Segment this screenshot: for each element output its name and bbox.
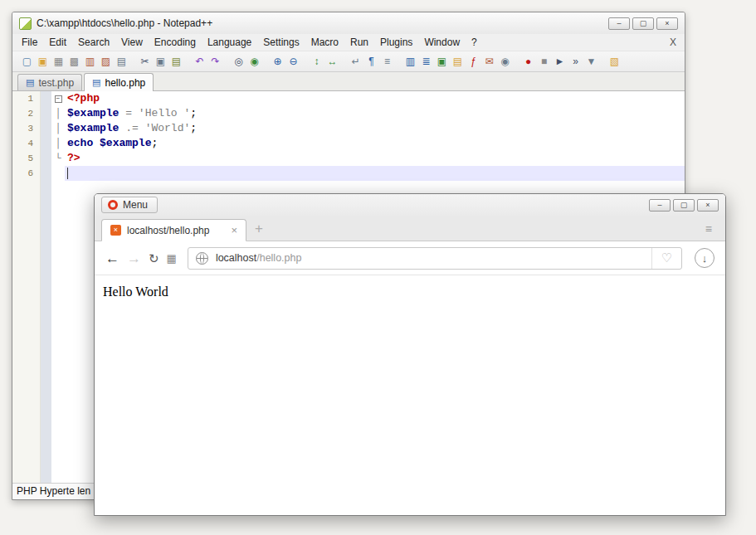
opera-titlebar[interactable]: Menu – ▢ × (95, 194, 725, 216)
doc-close-x-button[interactable]: X (670, 36, 676, 48)
replace-icon[interactable]: ◉ (246, 54, 262, 69)
word-wrap-icon[interactable]: ↵ (348, 54, 363, 69)
menu-plugins[interactable]: Plugins (374, 35, 418, 50)
find-icon[interactable]: ◎ (231, 54, 246, 69)
zoom-out-icon[interactable]: ⊖ (285, 54, 301, 69)
folder-workspace-icon[interactable]: ▣ (434, 54, 450, 69)
close-button[interactable]: × (656, 17, 678, 30)
save-all-icon[interactable]: ▩ (66, 54, 82, 69)
zoom-in-icon[interactable]: ⊕ (270, 54, 285, 69)
speed-dial-button[interactable]: ▦ (167, 253, 177, 264)
fold-end: └ (51, 151, 65, 166)
close-doc-icon[interactable]: ▥ (82, 54, 98, 69)
line-number: 4 (12, 136, 40, 151)
line-number: 6 (12, 166, 40, 181)
code-line: <?php (65, 91, 685, 106)
macro-save-icon[interactable]: ▼ (583, 54, 599, 69)
doc-switcher-icon[interactable]: ▤ (450, 54, 466, 69)
new-file-icon[interactable]: ▢ (19, 54, 35, 69)
close-all-icon[interactable]: ▨ (98, 54, 114, 69)
redo-icon[interactable]: ↷ (207, 54, 223, 69)
line-number-margin[interactable]: 1 2 3 4 5 6 (12, 91, 41, 483)
save-icon[interactable]: ▦ (51, 54, 66, 69)
tab-localhost-hello-php[interactable]: × localhost/hello.php × (101, 219, 246, 241)
macro-run-multiple-icon[interactable]: » (568, 54, 583, 69)
function-completion-icon[interactable]: ƒ (466, 54, 481, 69)
opera-menu-button[interactable]: Menu (101, 197, 158, 213)
menu-search[interactable]: Search (72, 35, 115, 50)
function-list-icon[interactable]: ≣ (418, 54, 434, 69)
notepadpp-app-icon (19, 17, 32, 30)
menu-run[interactable]: Run (344, 35, 374, 50)
browser-toolbar: ← → ↻ ▦ localhost/hello.php ♡ ↓ (95, 241, 725, 275)
print-icon[interactable]: ▤ (114, 54, 129, 69)
line-number: 5 (12, 151, 40, 166)
menu-view[interactable]: View (115, 35, 149, 50)
menu-language[interactable]: Language (202, 35, 257, 50)
fold-line: │ (51, 136, 65, 151)
paste-icon[interactable]: ▤ (168, 54, 184, 69)
minimize-button[interactable]: – (608, 17, 630, 30)
menubar: FileEditSearchViewEncodingLanguageSettin… (12, 34, 685, 51)
menu-window[interactable]: Window (418, 35, 466, 50)
document-map-icon[interactable]: ▥ (402, 54, 418, 69)
tab-hello-php[interactable]: ▤ hello.php (84, 73, 154, 91)
menu-edit[interactable]: Edit (43, 35, 72, 50)
menu-file[interactable]: File (16, 35, 43, 50)
load-session-icon[interactable]: ▧ (607, 54, 622, 69)
sync-horizontal-icon[interactable]: ↔ (324, 54, 340, 69)
window-title: C:\xampp\htdocs\hello.php - Notepad++ (37, 17, 212, 29)
tab-favicon-icon: × (110, 225, 121, 236)
code-line: ?> (65, 151, 685, 166)
minimize-button[interactable]: – (649, 199, 671, 212)
new-tab-button[interactable]: + (255, 221, 263, 237)
indent-guide-icon[interactable]: ≡ (379, 54, 395, 69)
close-button[interactable]: × (697, 199, 719, 212)
line-number: 1 (12, 91, 40, 106)
reload-button[interactable]: ↻ (149, 252, 159, 265)
show-all-characters-icon[interactable]: ¶ (363, 54, 379, 69)
code-line: $example = 'Hello '; (65, 106, 685, 121)
open-folder-icon[interactable]: ▣ (35, 54, 51, 69)
fold-margin[interactable]: − │ │ │ └ (51, 91, 65, 483)
favorites-heart-button[interactable]: ♡ (651, 248, 681, 269)
text-caret (67, 168, 68, 179)
copy-icon[interactable]: ▣ (153, 54, 168, 69)
fold-line: │ (51, 106, 65, 121)
menu-encoding[interactable]: Encoding (149, 35, 202, 50)
tab-menu-icon[interactable]: ≡ (705, 222, 712, 236)
macro-record-icon[interactable]: ● (520, 54, 536, 69)
macro-play-icon[interactable]: ► (552, 54, 568, 69)
menu-help[interactable]: ? (466, 35, 483, 50)
site-badge-icon[interactable] (196, 252, 208, 265)
line-number: 3 (12, 121, 40, 136)
monitoring-icon[interactable]: ◉ (497, 54, 513, 69)
saved-doc-icon: ▤ (26, 78, 34, 87)
address-bar[interactable]: localhost/hello.php ♡ (188, 247, 682, 270)
maximize-button[interactable]: ▢ (673, 199, 695, 212)
code-line: echo $example; (65, 136, 685, 151)
document-tab-bar: ▤ test.php ▤ hello.php (12, 72, 685, 91)
macro-stop-icon[interactable]: ■ (536, 54, 552, 69)
bookmark-margin[interactable] (41, 91, 51, 483)
tab-label: hello.php (105, 77, 146, 89)
globe-icon (196, 252, 208, 265)
forward-button[interactable]: → (127, 251, 141, 265)
menu-settings[interactable]: Settings (257, 35, 305, 50)
menu-macro[interactable]: Macro (305, 35, 344, 50)
back-button[interactable]: ← (105, 251, 119, 265)
tab-test-php[interactable]: ▤ test.php (17, 74, 82, 90)
mime-tools-icon[interactable]: ✉ (481, 54, 497, 69)
address-text[interactable]: localhost/hello.php (216, 252, 651, 264)
undo-icon[interactable]: ↶ (192, 54, 207, 69)
menu-items: FileEditSearchViewEncodingLanguageSettin… (16, 35, 483, 50)
notepadpp-titlebar[interactable]: C:\xampp\htdocs\hello.php - Notepad++ – … (12, 12, 685, 34)
sync-vertical-icon[interactable]: ↕ (309, 54, 324, 69)
toolbar: ▢▣▦▩▥▨▤✂▣▤↶↷◎◉⊕⊖↕↔↵¶≡▥≣▣▤ƒ✉◉●■►»▼▧ (12, 51, 685, 72)
cut-icon[interactable]: ✂ (137, 54, 153, 69)
code-line: $example .= 'World'; (65, 121, 685, 136)
maximize-button[interactable]: ▢ (632, 17, 654, 30)
download-button[interactable]: ↓ (695, 248, 715, 268)
tab-close-button[interactable]: × (226, 224, 237, 236)
fold-collapse-button[interactable]: − (55, 95, 62, 103)
